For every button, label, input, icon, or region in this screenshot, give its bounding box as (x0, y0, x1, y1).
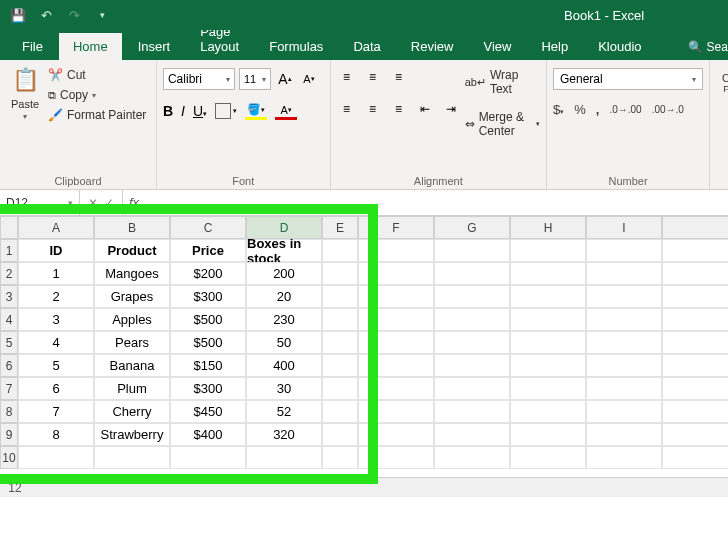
cell-B5[interactable]: Pears (94, 331, 170, 354)
border-button[interactable]: ▾ (215, 103, 237, 119)
cell-I9[interactable] (586, 423, 662, 446)
cell-D9[interactable]: 320 (246, 423, 322, 446)
cell-F2[interactable] (358, 262, 434, 285)
cell-G2[interactable] (434, 262, 510, 285)
cell-C8[interactable]: $450 (170, 400, 246, 423)
cell-undefined10[interactable] (662, 446, 728, 469)
cell-A1[interactable]: ID (18, 239, 94, 262)
cell-C2[interactable]: $200 (170, 262, 246, 285)
underline-button[interactable]: U▾ (193, 103, 207, 119)
row-header-5[interactable]: 5 (0, 331, 18, 354)
cell-I5[interactable] (586, 331, 662, 354)
cell-B9[interactable]: Strawberry (94, 423, 170, 446)
cell-undefined5[interactable] (662, 331, 728, 354)
cell-E9[interactable] (322, 423, 358, 446)
fx-icon[interactable]: fx (123, 190, 145, 215)
align-top-icon[interactable]: ≡ (337, 68, 357, 86)
column-header-A[interactable]: A (18, 216, 94, 239)
cell-A9[interactable]: 8 (18, 423, 94, 446)
cell-I6[interactable] (586, 354, 662, 377)
cell-undefined7[interactable] (662, 377, 728, 400)
cell-H1[interactable] (510, 239, 586, 262)
accounting-format-button[interactable]: $▾ (553, 102, 564, 117)
cell-C1[interactable]: Price (170, 239, 246, 262)
cell-G1[interactable] (434, 239, 510, 262)
cell-G7[interactable] (434, 377, 510, 400)
row-header-8[interactable]: 8 (0, 400, 18, 423)
column-header-C[interactable]: C (170, 216, 246, 239)
cell-F5[interactable] (358, 331, 434, 354)
row-header-1[interactable]: 1 (0, 239, 18, 262)
cell-B3[interactable]: Grapes (94, 285, 170, 308)
undo-icon[interactable]: ↶ (36, 5, 56, 25)
align-right-icon[interactable]: ≡ (389, 100, 409, 118)
font-name-dropdown[interactable]: Calibri▾ (163, 68, 235, 90)
cell-H9[interactable] (510, 423, 586, 446)
column-header-F[interactable]: F (358, 216, 434, 239)
font-size-dropdown[interactable]: 11▾ (239, 68, 271, 90)
cell-C3[interactable]: $300 (170, 285, 246, 308)
row-header-7[interactable]: 7 (0, 377, 18, 400)
cell-D4[interactable]: 230 (246, 308, 322, 331)
cell-H6[interactable] (510, 354, 586, 377)
cell-D10[interactable] (246, 446, 322, 469)
tab-insert[interactable]: Insert (124, 33, 185, 60)
column-header-last[interactable] (662, 216, 728, 239)
column-header-G[interactable]: G (434, 216, 510, 239)
cell-E4[interactable] (322, 308, 358, 331)
cell-C10[interactable] (170, 446, 246, 469)
cell-A10[interactable] (18, 446, 94, 469)
cell-G3[interactable] (434, 285, 510, 308)
increase-font-icon[interactable]: A▴ (275, 69, 295, 89)
cell-undefined9[interactable] (662, 423, 728, 446)
tab-file[interactable]: File (8, 33, 57, 60)
cell-C9[interactable]: $400 (170, 423, 246, 446)
decrease-indent-icon[interactable]: ⇤ (415, 100, 435, 118)
cell-H10[interactable] (510, 446, 586, 469)
tab-view[interactable]: View (469, 33, 525, 60)
tab-formulas[interactable]: Formulas (255, 33, 337, 60)
cell-F4[interactable] (358, 308, 434, 331)
cell-D1[interactable]: Boxes in stock (246, 239, 322, 262)
copy-button[interactable]: ⧉Copy▾ (48, 88, 146, 102)
search-box[interactable]: 🔍 Search (678, 34, 728, 60)
cell-E3[interactable] (322, 285, 358, 308)
cell-C7[interactable]: $300 (170, 377, 246, 400)
increase-indent-icon[interactable]: ⇥ (441, 100, 461, 118)
row-header-3[interactable]: 3 (0, 285, 18, 308)
cell-undefined1[interactable] (662, 239, 728, 262)
cell-F9[interactable] (358, 423, 434, 446)
cell-F8[interactable] (358, 400, 434, 423)
cell-E10[interactable] (322, 446, 358, 469)
tab-help[interactable]: Help (527, 33, 582, 60)
merge-center-button[interactable]: ⇔Merge & Center▾ (465, 102, 540, 138)
cell-H4[interactable] (510, 308, 586, 331)
cell-I10[interactable] (586, 446, 662, 469)
cell-F6[interactable] (358, 354, 434, 377)
cell-B7[interactable]: Plum (94, 377, 170, 400)
cell-D5[interactable]: 50 (246, 331, 322, 354)
cell-undefined6[interactable] (662, 354, 728, 377)
cell-D6[interactable]: 400 (246, 354, 322, 377)
wrap-text-button[interactable]: ab↵Wrap Text (465, 68, 540, 96)
cell-E1[interactable] (322, 239, 358, 262)
column-header-H[interactable]: H (510, 216, 586, 239)
cell-E8[interactable] (322, 400, 358, 423)
save-icon[interactable]: 💾 (8, 5, 28, 25)
increase-decimal-button[interactable]: .0→.00 (609, 104, 641, 115)
cell-A7[interactable]: 6 (18, 377, 94, 400)
cell-C4[interactable]: $500 (170, 308, 246, 331)
font-color-button[interactable]: A▾ (275, 102, 297, 120)
cell-G8[interactable] (434, 400, 510, 423)
decrease-decimal-button[interactable]: .00→.0 (652, 104, 684, 115)
cell-E2[interactable] (322, 262, 358, 285)
cell-B8[interactable]: Cherry (94, 400, 170, 423)
cell-B10[interactable] (94, 446, 170, 469)
cell-A8[interactable]: 7 (18, 400, 94, 423)
cell-G10[interactable] (434, 446, 510, 469)
cancel-formula-icon[interactable]: ✕ (88, 196, 98, 210)
tab-data[interactable]: Data (339, 33, 394, 60)
cell-G9[interactable] (434, 423, 510, 446)
paste-dropdown-icon[interactable]: ▾ (23, 112, 27, 121)
tab-home[interactable]: Home (59, 33, 122, 60)
